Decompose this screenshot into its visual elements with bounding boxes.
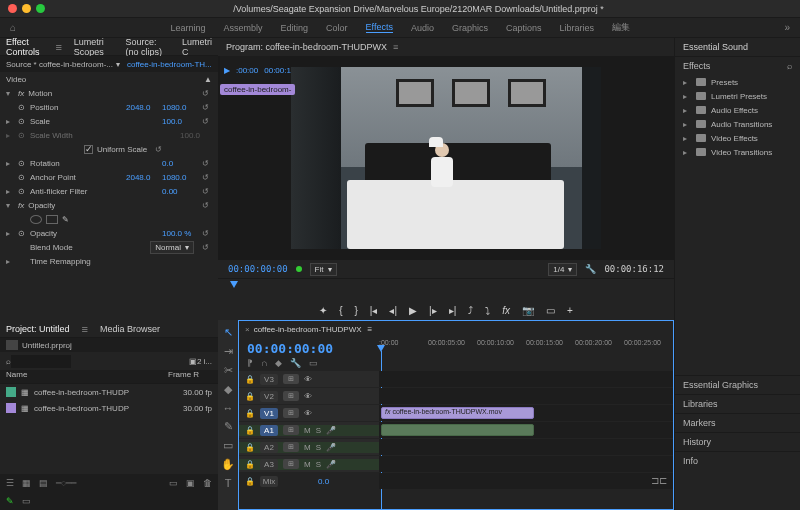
reset-icon[interactable]: ↺ bbox=[198, 243, 212, 252]
timeline-timecode[interactable]: 00:00:00:00 bbox=[247, 341, 371, 356]
export-frame-icon[interactable]: 📷 bbox=[522, 305, 534, 316]
razor-tool-icon[interactable]: ◆ bbox=[224, 383, 232, 396]
pen-mask-icon[interactable]: ✎ bbox=[62, 215, 69, 224]
lumetri-presets-row[interactable]: ▸Lumetri Presets bbox=[675, 89, 800, 103]
overflow-icon[interactable]: » bbox=[784, 22, 790, 33]
marker-icon[interactable]: ◆ bbox=[275, 358, 282, 368]
toggle-output-icon[interactable]: ⊞ bbox=[283, 459, 299, 469]
lock-icon[interactable]: 🔒 bbox=[245, 477, 255, 486]
workspace-editing[interactable]: Editing bbox=[281, 23, 309, 33]
voiceover-icon[interactable]: 🎤 bbox=[326, 460, 336, 469]
step-back-icon[interactable]: ◂| bbox=[389, 305, 397, 316]
playhead-icon[interactable] bbox=[230, 281, 238, 288]
workspace-captions[interactable]: Captions bbox=[506, 23, 542, 33]
play-icon[interactable]: ▶ bbox=[409, 305, 417, 316]
time-remapping-row[interactable]: ▸Time Remapping bbox=[0, 254, 218, 268]
go-to-out-icon[interactable]: ▸| bbox=[449, 305, 457, 316]
tab-project[interactable]: Project: Untitled bbox=[6, 324, 70, 334]
freeform-view-icon[interactable]: ▤ bbox=[39, 478, 48, 488]
toggle-output-icon[interactable]: ⊞ bbox=[283, 391, 299, 401]
toggle-output-icon[interactable]: ⊞ bbox=[283, 442, 299, 452]
settings-icon[interactable]: 🔧 bbox=[290, 358, 301, 368]
slip-tool-icon[interactable]: ↔ bbox=[223, 402, 234, 414]
toggle-output-icon[interactable]: ⊞ bbox=[283, 374, 299, 384]
blend-mode-dropdown[interactable]: Normal▾ bbox=[150, 241, 194, 254]
solo-button[interactable]: S bbox=[316, 460, 321, 469]
ripple-edit-icon[interactable]: ✂ bbox=[224, 364, 233, 377]
eye-icon[interactable]: 👁 bbox=[304, 409, 312, 418]
linked-selection-icon[interactable]: ∩ bbox=[261, 358, 267, 368]
reset-icon[interactable]: ↺ bbox=[198, 229, 212, 238]
clear-icon[interactable]: 🗑 bbox=[203, 478, 212, 488]
audio-effects-row[interactable]: ▸Audio Effects bbox=[675, 103, 800, 117]
effect-mini-timeline[interactable]: ▶ :00:00 00:00:1 bbox=[220, 56, 270, 84]
workspace-color[interactable]: Color bbox=[326, 23, 348, 33]
timecode-right[interactable]: 00:00:16:12 bbox=[604, 264, 664, 274]
lock-icon[interactable]: 🔒 bbox=[245, 409, 255, 418]
lock-icon[interactable]: 🔒 bbox=[245, 460, 255, 469]
audio-clip[interactable] bbox=[381, 424, 534, 436]
snap-icon[interactable]: ⁋ bbox=[247, 358, 253, 368]
lift-icon[interactable]: ⤴ bbox=[468, 305, 473, 316]
mix-value[interactable]: 0.0 bbox=[318, 477, 329, 486]
solo-button[interactable]: S bbox=[316, 426, 321, 435]
new-bin-icon[interactable]: ▭ bbox=[169, 478, 178, 488]
sequence-name[interactable]: coffee-in-bedroom-THUDPWX bbox=[254, 325, 362, 334]
list-item[interactable]: ▦ coffee-in-bedroom-THUDP 30.00 fp bbox=[0, 400, 218, 416]
ellipse-mask-icon[interactable] bbox=[30, 215, 42, 224]
reset-icon[interactable]: ↺ bbox=[198, 187, 212, 196]
resolution-dropdown[interactable]: 1/4▾ bbox=[548, 263, 577, 276]
workspace-libraries[interactable]: Libraries bbox=[560, 23, 595, 33]
video-transitions-row[interactable]: ▸Video Transitions bbox=[675, 145, 800, 159]
panel-menu-icon[interactable]: ≡ bbox=[55, 41, 61, 53]
tab-effect-controls[interactable]: Effect Controls bbox=[6, 37, 43, 57]
effect-clip-chip[interactable]: coffee-in-bedroom- bbox=[220, 84, 295, 95]
panel-menu-icon[interactable]: ≡ bbox=[393, 42, 398, 52]
lock-icon[interactable]: 🔒 bbox=[245, 375, 255, 384]
audio-transitions-row[interactable]: ▸Audio Transitions bbox=[675, 117, 800, 131]
rect-mask-icon[interactable] bbox=[46, 215, 58, 224]
close-icon[interactable] bbox=[8, 4, 17, 13]
toggle-output-icon[interactable]: ⊞ bbox=[283, 425, 299, 435]
button-editor-icon[interactable]: + bbox=[567, 305, 573, 316]
toggle-output-icon[interactable]: ⊞ bbox=[283, 408, 299, 418]
source-clip-link[interactable]: coffee-in-bedroom-TH... bbox=[127, 60, 212, 69]
settings-icon[interactable]: 🔧 bbox=[585, 264, 596, 274]
uniform-scale-checkbox[interactable] bbox=[84, 145, 93, 154]
video-clip[interactable]: fx coffee-in-bedroom-THUDPWX.mov bbox=[381, 407, 534, 419]
reset-icon[interactable]: ↺ bbox=[151, 145, 165, 154]
tab-lumetri-scopes[interactable]: Lumetri Scopes bbox=[74, 37, 114, 57]
timecode-left[interactable]: 00:00:00:00 bbox=[228, 264, 288, 274]
eye-icon[interactable]: 👁 bbox=[304, 375, 312, 384]
bin-filter-icon[interactable]: ▣ bbox=[189, 357, 197, 366]
minimize-icon[interactable] bbox=[22, 4, 31, 13]
reset-icon[interactable]: ↺ bbox=[198, 159, 212, 168]
mute-button[interactable]: M bbox=[304, 426, 311, 435]
lock-icon[interactable]: 🔒 bbox=[245, 392, 255, 401]
workspace-learning[interactable]: Learning bbox=[170, 23, 205, 33]
tab-lumetri-color[interactable]: Lumetri C bbox=[182, 37, 212, 57]
new-item-icon[interactable]: ▣ bbox=[186, 478, 195, 488]
reset-icon[interactable]: ↺ bbox=[198, 89, 212, 98]
effects-tab[interactable]: Effects bbox=[683, 61, 710, 71]
mark-in-icon[interactable]: { bbox=[339, 305, 342, 316]
markers-tab[interactable]: Markers bbox=[675, 413, 800, 432]
playhead-sync-icon[interactable]: ▲ bbox=[204, 75, 212, 84]
video-effects-row[interactable]: ▸Video Effects bbox=[675, 131, 800, 145]
lock-icon[interactable]: 🔒 bbox=[245, 443, 255, 452]
pen-tool-icon[interactable]: ✎ bbox=[224, 420, 233, 433]
mute-button[interactable]: M bbox=[304, 460, 311, 469]
type-tool-icon[interactable]: T bbox=[225, 477, 232, 489]
voiceover-icon[interactable]: 🎤 bbox=[326, 443, 336, 452]
track-select-icon[interactable]: ⇥ bbox=[224, 345, 233, 358]
solo-button[interactable]: S bbox=[316, 443, 321, 452]
eye-icon[interactable]: 👁 bbox=[304, 392, 312, 401]
panel-menu-icon[interactable]: ≡ bbox=[368, 325, 373, 334]
mark-out-icon[interactable]: } bbox=[354, 305, 357, 316]
list-view-icon[interactable]: ☰ bbox=[6, 478, 14, 488]
info-tab[interactable]: Info bbox=[675, 451, 800, 470]
voiceover-icon[interactable]: 🎤 bbox=[326, 426, 336, 435]
list-item[interactable]: ▦ coffee-in-bedroom-THUDP 30.00 fp bbox=[0, 384, 218, 400]
add-marker-icon[interactable]: ✦ bbox=[319, 305, 327, 316]
rectangle-tool-icon[interactable]: ▭ bbox=[223, 439, 233, 452]
